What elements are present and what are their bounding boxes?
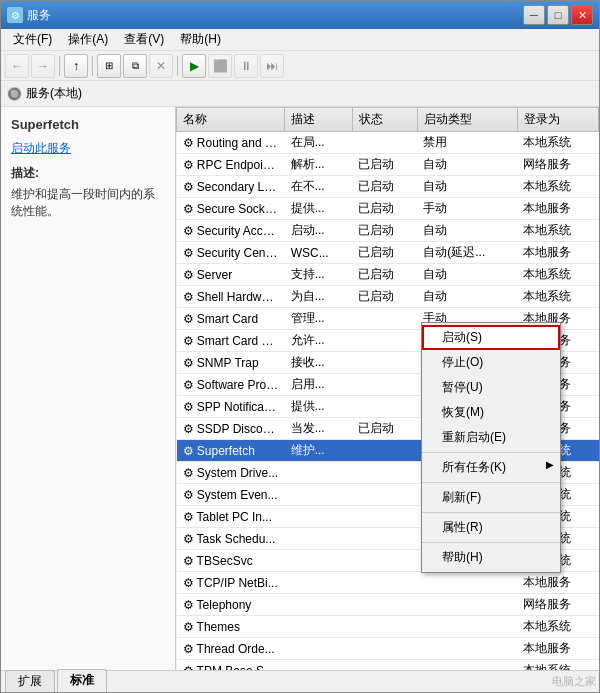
- cell-4: 网络服务: [517, 154, 598, 176]
- tab-expand[interactable]: 扩展: [5, 670, 55, 692]
- stop-service-button[interactable]: ⬛: [208, 54, 232, 78]
- context-menu-item[interactable]: 重新启动(E): [422, 425, 560, 450]
- cell-1: [285, 528, 353, 550]
- main-window: ⚙ 服务 ─ □ ✕ 文件(F) 操作(A) 查看(V) 帮助(H) ← → ↑…: [0, 0, 600, 693]
- context-menu-item[interactable]: 停止(O): [422, 350, 560, 375]
- cell-2: [352, 330, 417, 352]
- table-row[interactable]: ⚙ Routing and Re...在局...禁用本地系统: [177, 132, 599, 154]
- cell-3: 自动: [417, 220, 517, 242]
- context-menu-separator: [422, 542, 560, 543]
- cell-1: [285, 484, 353, 506]
- close-button[interactable]: ✕: [571, 5, 593, 25]
- cell-3: [417, 638, 517, 660]
- cell-0: ⚙ Shell Hardware ...: [177, 286, 285, 308]
- cell-2: 已启动: [352, 286, 417, 308]
- cell-2: 已启动: [352, 264, 417, 286]
- context-menu-item[interactable]: 暂停(U): [422, 375, 560, 400]
- maximize-button[interactable]: □: [547, 5, 569, 25]
- menu-file[interactable]: 文件(F): [5, 29, 60, 50]
- up-button[interactable]: ↑: [64, 54, 88, 78]
- context-menu-item[interactable]: 启动(S): [422, 325, 560, 350]
- cell-0: ⚙ System Drive...: [177, 462, 285, 484]
- context-menu-item[interactable]: 刷新(F): [422, 485, 560, 510]
- cell-2: 已启动: [352, 220, 417, 242]
- cell-0: ⚙ Routing and Re...: [177, 132, 285, 154]
- address-label: 🔘: [7, 87, 22, 101]
- table-row[interactable]: ⚙ Thread Orde...本地服务: [177, 638, 599, 660]
- cell-1: 接收...: [285, 352, 353, 374]
- cell-0: ⚙ Tablet PC In...: [177, 506, 285, 528]
- cell-2: [352, 462, 417, 484]
- table-row[interactable]: ⚙ Secondary Logon在不...已启动自动本地系统: [177, 176, 599, 198]
- col-desc[interactable]: 描述: [285, 108, 353, 132]
- context-menu-item[interactable]: 帮助(H): [422, 545, 560, 570]
- cell-3: [417, 594, 517, 616]
- context-menu-item[interactable]: 恢复(M): [422, 400, 560, 425]
- cell-1: 为自...: [285, 286, 353, 308]
- restart-service-button[interactable]: ⏭: [260, 54, 284, 78]
- menu-action[interactable]: 操作(A): [60, 29, 116, 50]
- window-icon: ⚙: [7, 7, 23, 23]
- cell-0: ⚙ TPM Base Se...: [177, 660, 285, 671]
- address-path: 服务(本地): [26, 85, 82, 102]
- table-row[interactable]: ⚙ TPM Base Se...本地系统: [177, 660, 599, 671]
- menu-help[interactable]: 帮助(H): [172, 29, 229, 50]
- table-row[interactable]: ⚙ Security CenterWSC...已启动自动(延迟...本地服务: [177, 242, 599, 264]
- col-startup[interactable]: 启动类型: [417, 108, 517, 132]
- start-service-link[interactable]: 启动此服务: [11, 140, 165, 157]
- table-row[interactable]: ⚙ RPC Endpoint M...解析...已启动自动网络服务: [177, 154, 599, 176]
- back-button[interactable]: ←: [5, 54, 29, 78]
- show-console-button[interactable]: ⊞: [97, 54, 121, 78]
- cell-1: 解析...: [285, 154, 353, 176]
- context-menu-separator: [422, 482, 560, 483]
- forward-button[interactable]: →: [31, 54, 55, 78]
- cell-1: 允许...: [285, 330, 353, 352]
- start-service-button[interactable]: ▶: [182, 54, 206, 78]
- cell-2: [352, 638, 417, 660]
- cell-1: 当发...: [285, 418, 353, 440]
- context-menu-separator: [422, 512, 560, 513]
- table-row[interactable]: ⚙ Server支持...已启动自动本地系统: [177, 264, 599, 286]
- context-menu: 启动(S)停止(O)暂停(U)恢复(M)重新启动(E)所有任务(K)刷新(F)属…: [421, 322, 561, 573]
- table-row[interactable]: ⚙ Shell Hardware ...为自...已启动自动本地系统: [177, 286, 599, 308]
- table-row[interactable]: ⚙ Telephony网络服务: [177, 594, 599, 616]
- col-name[interactable]: 名称: [177, 108, 285, 132]
- col-status[interactable]: 状态: [352, 108, 417, 132]
- cell-3: [417, 616, 517, 638]
- window-title: 服务: [27, 7, 523, 24]
- cell-4: 本地系统: [517, 220, 598, 242]
- cell-4: 网络服务: [517, 594, 598, 616]
- context-menu-item[interactable]: 所有任务(K): [422, 455, 560, 480]
- cell-0: ⚙ SPP Notification ...: [177, 396, 285, 418]
- cell-4: 本地系统: [517, 176, 598, 198]
- pause-service-button[interactable]: ⏸: [234, 54, 258, 78]
- new-window-button[interactable]: ⧉: [123, 54, 147, 78]
- cell-2: [352, 660, 417, 671]
- left-panel-title: Superfetch: [11, 117, 165, 132]
- delete-button[interactable]: ✕: [149, 54, 173, 78]
- table-row[interactable]: ⚙ TCP/IP NetBi...本地服务: [177, 572, 599, 594]
- cell-1: 启动...: [285, 220, 353, 242]
- tab-standard[interactable]: 标准: [57, 669, 107, 692]
- toolbar-sep-3: [177, 56, 178, 76]
- cell-2: [352, 440, 417, 462]
- cell-0: ⚙ System Even...: [177, 484, 285, 506]
- cell-3: 手动: [417, 198, 517, 220]
- cell-2: [352, 374, 417, 396]
- minimize-button[interactable]: ─: [523, 5, 545, 25]
- cell-4: 本地服务: [517, 198, 598, 220]
- table-row[interactable]: ⚙ Secure Socket T...提供...已启动手动本地服务: [177, 198, 599, 220]
- menu-view[interactable]: 查看(V): [116, 29, 172, 50]
- cell-1: 启用...: [285, 374, 353, 396]
- desc-text: 维护和提高一段时间内的系统性能。: [11, 186, 165, 220]
- cell-1: [285, 462, 353, 484]
- table-row[interactable]: ⚙ Themes本地系统: [177, 616, 599, 638]
- cell-1: [285, 616, 353, 638]
- col-login[interactable]: 登录为: [517, 108, 598, 132]
- table-row[interactable]: ⚙ Security Account...启动...已启动自动本地系统: [177, 220, 599, 242]
- cell-0: ⚙ Secure Socket T...: [177, 198, 285, 220]
- cell-1: 管理...: [285, 308, 353, 330]
- context-menu-item[interactable]: 属性(R): [422, 515, 560, 540]
- cell-3: 禁用: [417, 132, 517, 154]
- cell-4: 本地服务: [517, 572, 598, 594]
